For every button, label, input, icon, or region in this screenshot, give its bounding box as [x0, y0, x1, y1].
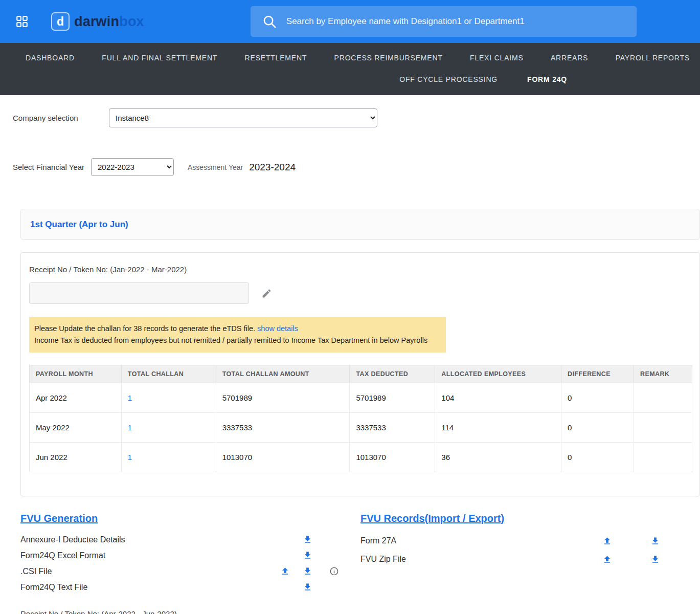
nav-item-process-reimbursement[interactable]: PROCESS REIMBURSEMENT: [334, 54, 443, 62]
cell-difference: 0: [561, 383, 634, 413]
fvu-generation-column: FVU Generation Annexure-I Deductee Detai…: [20, 513, 360, 595]
challan-count-link[interactable]: 1: [128, 423, 132, 432]
show-details-link[interactable]: show details: [257, 324, 298, 333]
company-selection-row: Company selection Instance8: [13, 108, 700, 127]
quarter-panel[interactable]: 1st Quarter (Apr to Jun): [20, 209, 700, 240]
search-icon: [262, 14, 277, 29]
search-input[interactable]: [286, 16, 625, 27]
apps-grid-icon[interactable]: [14, 14, 30, 29]
list-item: Form24Q Excel Format: [20, 547, 360, 563]
cell-month: Apr 2022: [30, 383, 122, 413]
upload-icon[interactable]: [602, 555, 612, 564]
challan-table: PAYROLL MONTH TOTAL CHALLAN TOTAL CHALLA…: [29, 365, 692, 472]
upload-icon[interactable]: [602, 536, 612, 546]
main-nav: DASHBOARD FULL AND FINAL SETTLEMENT RESE…: [0, 43, 700, 95]
table-row: Jun 2022 1 1013070 1013070 36 0: [30, 443, 692, 472]
cell-tax-deducted: 1013070: [350, 443, 435, 472]
download-icon[interactable]: [303, 582, 312, 592]
nav-item-arrears[interactable]: ARREARS: [551, 54, 588, 62]
challan-count-link[interactable]: 1: [128, 453, 132, 462]
global-search[interactable]: [251, 6, 637, 37]
list-item: Form24Q Text File: [20, 579, 360, 595]
cell-allocated-employees: 114: [435, 413, 561, 443]
download-icon[interactable]: [650, 536, 660, 546]
fvu-record-label: FVU Zip File: [360, 555, 601, 564]
top-header: d darwinbox: [0, 0, 700, 43]
quarter-title: 1st Quarter (Apr to Jun): [30, 220, 128, 230]
warning-line2: Income Tax is deducted from employees bu…: [34, 335, 441, 346]
cell-total-challan-amount: 5701989: [216, 383, 350, 413]
nav-item-full-and-final-settlement[interactable]: FULL AND FINAL SETTLEMENT: [102, 54, 217, 62]
fvu-records-column: FVU Records(Import / Export) Form 27A FV…: [360, 513, 700, 595]
cell-tax-deducted: 5701989: [350, 383, 435, 413]
fvu-item-label: Form24Q Text File: [20, 583, 279, 592]
receipt-token-input-prev[interactable]: [29, 282, 249, 304]
nav-item-off-cycle-processing[interactable]: OFF CYCLE PROCESSING: [399, 75, 498, 83]
warning-line1: Please Update the challan for 38 records…: [34, 324, 255, 333]
cell-total-challan-amount: 3337533: [216, 413, 350, 443]
col-difference: DIFFERENCE: [561, 365, 634, 383]
fvu-item-label: Annexure-I Deductee Details: [20, 535, 279, 544]
list-item: Form 27A: [360, 532, 700, 550]
download-icon[interactable]: [303, 566, 312, 576]
upload-icon[interactable]: [280, 566, 290, 576]
logo-mark: d: [51, 12, 70, 31]
financial-year-select[interactable]: 2022-2023: [91, 158, 174, 176]
nav-item-dashboard[interactable]: DASHBOARD: [26, 54, 75, 62]
nav-row-2: OFF CYCLE PROCESSING FORM 24Q: [26, 69, 690, 90]
download-icon[interactable]: [303, 535, 312, 544]
logo-text: darwinbox: [74, 14, 144, 30]
edit-pencil-icon[interactable]: [261, 288, 272, 299]
nav-item-payroll-reports[interactable]: PAYROLL REPORTS: [616, 54, 690, 62]
financial-year-label: Select Financial Year: [13, 163, 91, 171]
company-select[interactable]: Instance8: [109, 108, 377, 127]
info-icon[interactable]: [329, 566, 339, 576]
receipt-token-row: [29, 282, 691, 304]
col-allocated-employees: ALLOCATED EMPLOYEES: [435, 365, 561, 383]
fvu-generation-heading[interactable]: FVU Generation: [20, 513, 98, 524]
list-item: .CSI File: [20, 563, 360, 579]
cell-total-challan-amount: 1013070: [216, 443, 350, 472]
table-row: May 2022 1 3337533 3337533 114 0: [30, 413, 692, 443]
financial-year-row: Select Financial Year 2022-2023 Assessme…: [13, 158, 700, 176]
fvu-record-label: Form 27A: [360, 536, 601, 545]
cell-allocated-employees: 36: [435, 443, 561, 472]
cell-tax-deducted: 3337533: [350, 413, 435, 443]
list-item: Annexure-I Deductee Details: [20, 532, 360, 547]
company-selection-label: Company selection: [13, 114, 109, 122]
cell-month: May 2022: [30, 413, 122, 443]
col-total-challan: TOTAL CHALLAN: [121, 365, 216, 383]
download-icon[interactable]: [303, 551, 312, 560]
col-total-challan-amount: TOTAL CHALLAN AMOUNT: [216, 365, 350, 383]
fvu-item-label: Form24Q Excel Format: [20, 551, 279, 560]
cell-remark: [634, 413, 692, 443]
download-icon[interactable]: [650, 555, 660, 564]
col-payroll-month: PAYROLL MONTH: [30, 365, 122, 383]
quarter-card: Receipt No / Token No: (Jan-2022 - Mar-2…: [20, 252, 700, 496]
fvu-section: FVU Generation Annexure-I Deductee Detai…: [20, 513, 700, 595]
challan-warning-banner: Please Update the challan for 38 records…: [29, 317, 446, 353]
fvu-item-label: .CSI File: [20, 567, 279, 576]
cell-allocated-employees: 104: [435, 383, 561, 413]
challan-count-link[interactable]: 1: [128, 393, 132, 402]
cell-month: Jun 2022: [30, 443, 122, 472]
nav-row-1: DASHBOARD FULL AND FINAL SETTLEMENT RESE…: [26, 47, 690, 69]
assessment-year-label: Assessment Year: [188, 163, 243, 171]
receipt-token-label-prev: Receipt No / Token No: (Jan-2022 - Mar-2…: [29, 265, 691, 274]
nav-item-resettlement[interactable]: RESETTLEMENT: [245, 54, 307, 62]
assessment-year-value: 2023-2024: [249, 162, 296, 173]
challan-table-header-row: PAYROLL MONTH TOTAL CHALLAN TOTAL CHALLA…: [30, 365, 692, 383]
receipt-token-label-current: Receipt No / Token No: (Apr-2022 - Jun-2…: [20, 609, 700, 614]
cell-total-challan: 1: [121, 413, 216, 443]
cell-difference: 0: [561, 413, 634, 443]
table-row: Apr 2022 1 5701989 5701989 104 0: [30, 383, 692, 413]
nav-item-flexi-claims[interactable]: FLEXI CLAIMS: [470, 54, 524, 62]
col-tax-deducted: TAX DEDUCTED: [350, 365, 435, 383]
cell-difference: 0: [561, 443, 634, 472]
cell-remark: [634, 383, 692, 413]
darwinbox-logo[interactable]: d darwinbox: [51, 12, 144, 31]
cell-remark: [634, 443, 692, 472]
fvu-records-heading[interactable]: FVU Records(Import / Export): [360, 513, 504, 524]
nav-item-form-24q[interactable]: FORM 24Q: [527, 75, 567, 83]
cell-total-challan: 1: [121, 383, 216, 413]
